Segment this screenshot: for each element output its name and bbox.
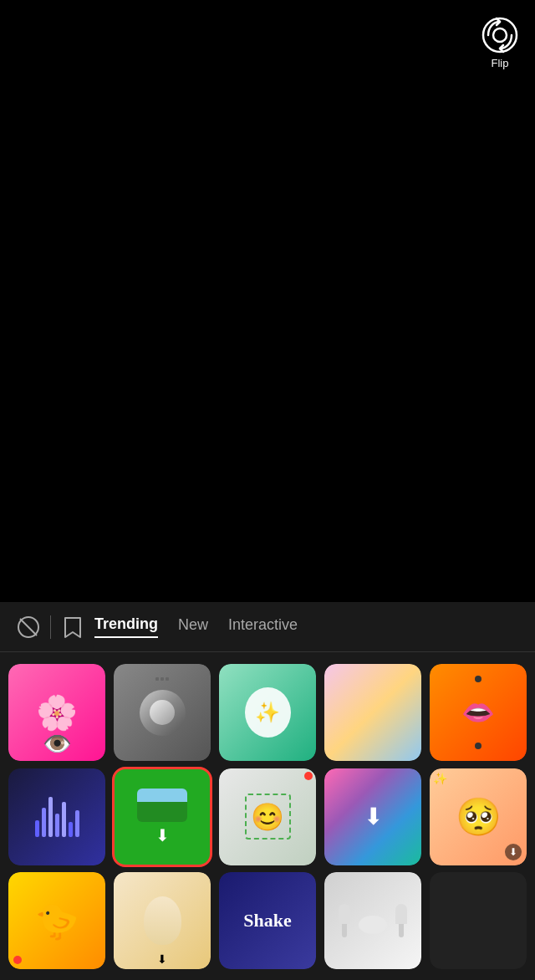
bookmark-button[interactable] xyxy=(58,612,88,642)
effect-wave-audio[interactable] xyxy=(8,768,105,865)
tab-new[interactable]: New xyxy=(178,616,208,637)
effect-egg[interactable]: ⬇ xyxy=(114,872,211,969)
effect-face-star[interactable]: ✨ xyxy=(219,664,316,761)
effect-color-splash[interactable] xyxy=(324,664,421,761)
effect-airpods[interactable] xyxy=(324,872,421,969)
effect-photo-grid[interactable] xyxy=(430,872,527,969)
effect-cute-eyes[interactable]: 🥺 ✨ ⬇ xyxy=(430,768,527,865)
no-filter-button[interactable] xyxy=(13,612,43,642)
svg-line-3 xyxy=(20,619,37,635)
flip-button[interactable]: Flip xyxy=(482,17,518,69)
effect-mirror-ball[interactable] xyxy=(114,664,211,761)
flip-label: Flip xyxy=(492,57,509,69)
tab-divider xyxy=(50,615,51,639)
camera-view xyxy=(0,0,535,602)
effect-chick[interactable]: 🐤 xyxy=(8,872,105,969)
effects-grid: 🌸 👁️ ✨ xyxy=(0,652,535,980)
effect-pink-face[interactable]: 🌸 👁️ xyxy=(8,664,105,761)
tabs-list: Trending New Interactive xyxy=(94,615,522,638)
bottom-panel: Trending New Interactive 🌸 👁️ xyxy=(0,602,535,980)
effect-face-detect[interactable]: 😊 xyxy=(219,768,316,865)
tab-trending[interactable]: Trending xyxy=(94,615,158,638)
effect-lips[interactable]: 👄 xyxy=(430,664,527,761)
effect-shake[interactable]: Shake xyxy=(219,872,316,969)
new-badge-face-detect xyxy=(304,772,313,780)
tabs-bar: Trending New Interactive xyxy=(0,602,535,652)
download-overlay: ⬇ xyxy=(505,844,522,860)
tab-interactive[interactable]: Interactive xyxy=(228,616,298,637)
effect-download-scene[interactable]: ⬇ xyxy=(114,768,211,865)
new-badge-chick xyxy=(13,956,22,964)
sparkle-icon: ✨ xyxy=(433,772,447,785)
svg-point-1 xyxy=(493,28,507,42)
shake-label: Shake xyxy=(243,910,291,932)
effect-rainbow-bg[interactable]: ⬇ xyxy=(324,768,421,865)
